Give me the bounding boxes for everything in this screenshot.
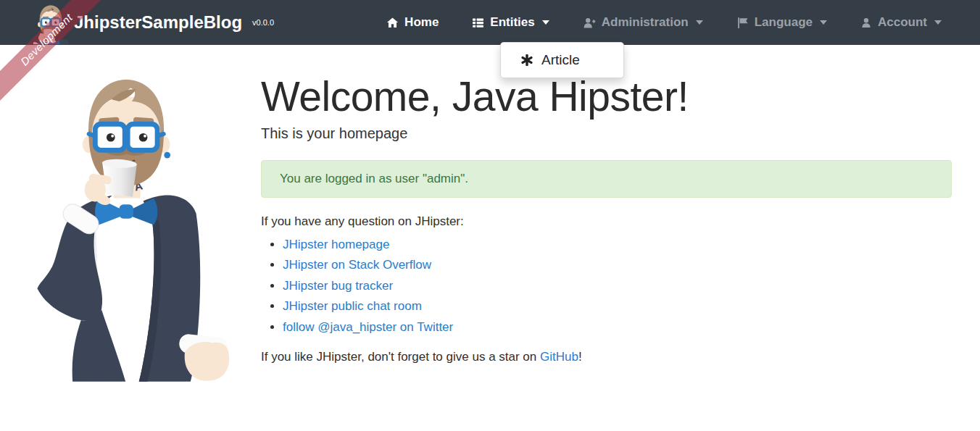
github-star-line: If you like JHipster, don't forget to gi…	[261, 350, 952, 364]
chevron-down-icon	[934, 20, 942, 25]
asterisk-icon	[521, 54, 533, 66]
main-content: Welcome, Java Hipster! This is your home…	[0, 45, 980, 382]
nav-item-entities[interactable]: Entities	[455, 0, 565, 45]
nav-item-administration[interactable]: Administration	[566, 0, 720, 45]
link-github[interactable]: GitHub	[540, 350, 578, 364]
link-jhipster-homepage[interactable]: JHipster homepage	[283, 238, 389, 251]
brand-name: JhipsterSampleBlog	[74, 12, 242, 33]
user-icon	[860, 17, 872, 29]
list-item: JHipster public chat room	[283, 299, 952, 314]
nav-item-label: Account	[878, 15, 927, 30]
question-intro: If you have any question on JHipster:	[261, 214, 952, 229]
jhipster-logo-icon	[33, 4, 68, 44]
entities-dropdown: Article	[500, 42, 624, 78]
chevron-down-icon	[696, 20, 703, 25]
page-subtitle: This is your homepage	[261, 125, 952, 142]
nav-item-account[interactable]: Account	[844, 0, 958, 45]
list-item: follow @java_hipster on Twitter	[283, 320, 952, 335]
brand-version: v0.0.0	[252, 18, 274, 27]
home-panel: Welcome, Java Hipster! This is your home…	[250, 71, 969, 382]
list-item: JHipster bug tracker	[283, 279, 952, 293]
nav-item-home[interactable]: Home	[370, 0, 455, 45]
star-prefix: If you like JHipster, don't forget to gi…	[261, 350, 540, 364]
home-icon	[386, 17, 399, 29]
hipster-illustration-column	[11, 71, 250, 382]
star-suffix: !	[578, 350, 582, 364]
logged-in-alert: You are logged in as user "admin".	[261, 160, 952, 198]
jhipster-link-list: JHipster homepage JHipster on Stack Over…	[261, 238, 952, 335]
chevron-down-icon	[542, 20, 549, 25]
chevron-down-icon	[820, 20, 827, 25]
page-title: Welcome, Java Hipster!	[261, 74, 952, 120]
hipster-illustration	[22, 71, 241, 382]
logged-in-alert-text: You are logged in as user "admin".	[280, 172, 468, 185]
link-stack-overflow[interactable]: JHipster on Stack Overflow	[283, 258, 431, 272]
link-chat-room[interactable]: JHipster public chat room	[283, 299, 422, 313]
nav-item-label: Language	[755, 15, 813, 30]
link-twitter[interactable]: follow @java_hipster on Twitter	[283, 320, 453, 334]
dropdown-item-label: Article	[541, 52, 580, 68]
navbar: JhipsterSampleBlog v0.0.0 Home Entities …	[0, 0, 980, 45]
dropdown-item-article[interactable]: Article	[501, 49, 623, 72]
nav-item-label: Home	[404, 15, 439, 30]
nav-item-language[interactable]: Language	[720, 0, 844, 45]
list-item: JHipster on Stack Overflow	[283, 258, 952, 272]
th-list-icon	[472, 17, 484, 29]
user-plus-icon	[583, 17, 596, 29]
nav-item-label: Administration	[602, 15, 689, 30]
brand[interactable]: JhipsterSampleBlog v0.0.0	[33, 1, 274, 44]
list-item: JHipster homepage	[283, 238, 952, 252]
navbar-menu: Home Entities Administration Language Ac…	[370, 0, 958, 45]
nav-item-label: Entities	[490, 15, 534, 30]
flag-icon	[736, 17, 749, 29]
link-bug-tracker[interactable]: JHipster bug tracker	[283, 279, 393, 293]
